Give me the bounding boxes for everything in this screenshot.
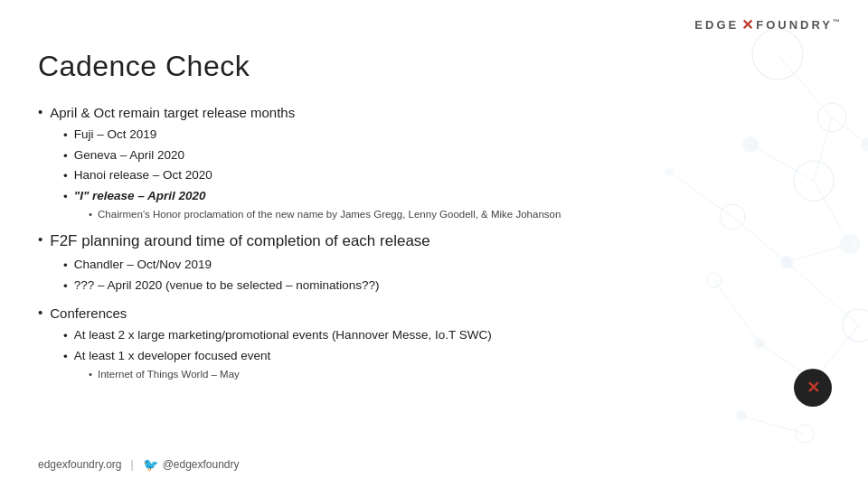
svg-point-13 xyxy=(736,410,747,421)
svg-point-14 xyxy=(861,137,868,152)
bullet-dot-2: • xyxy=(38,231,42,247)
footer-site: edgexfoundry.org xyxy=(38,458,122,471)
f2f-section: • F2F planning around time of completion… xyxy=(38,230,814,295)
edgex-badge-x: ✕ xyxy=(807,378,820,398)
svg-point-1 xyxy=(817,103,846,132)
logo-prefix: EDGE xyxy=(694,18,739,32)
conferences-bullet: • Conferences xyxy=(38,304,814,323)
footer-handle: @edgexfoundry xyxy=(163,458,240,471)
logo-x: ✕ xyxy=(741,16,753,33)
release-sub-2: • Geneva – April 2020 xyxy=(63,146,814,165)
f2f-bullet: • F2F planning around time of completion… xyxy=(38,230,814,252)
f2f-sub-2: • ??? – April 2020 (venue to be selected… xyxy=(63,277,814,296)
conferences-section: • Conferences • At least 2 x large marke… xyxy=(38,304,814,381)
iot-world-text: • Internet of Things World – May xyxy=(89,367,814,381)
svg-point-4 xyxy=(840,234,860,254)
f2f-sub-1: • Chandler – Oct/Nov 2019 xyxy=(63,256,814,275)
conf-sub-2: • At least 1 x developer focused event xyxy=(63,347,814,366)
release-sub-3: • Hanoi release – Oct 2020 xyxy=(63,166,814,185)
logo: EDGE ✕ FOUNDRY™ xyxy=(694,16,843,33)
release-months-text: April & Oct remain target release months xyxy=(50,103,295,122)
svg-line-25 xyxy=(741,416,805,434)
logo-suffix: FOUNDRY™ xyxy=(756,18,843,32)
main-content: Cadence Check • April & Oct remain targe… xyxy=(38,50,814,390)
bullet-dot-3: • xyxy=(38,305,42,320)
release-sub-4: • "I" release – April 2020 xyxy=(63,187,814,206)
twitter-icon: 🐦 xyxy=(143,457,158,472)
edgex-badge: ✕ xyxy=(794,369,832,407)
release-months-section: • April & Oct remain target release mont… xyxy=(38,103,814,221)
page-title: Cadence Check xyxy=(38,50,814,83)
svg-line-27 xyxy=(832,117,868,145)
svg-point-7 xyxy=(843,309,868,342)
footer: edgexfoundry.org | 🐦 @edgexfoundry xyxy=(38,457,240,472)
footer-twitter: 🐦 @edgexfoundry xyxy=(143,457,240,472)
footer-divider: | xyxy=(131,458,134,471)
release-sub-bullets: • Fuji – Oct 2019 • Geneva – April 2020 … xyxy=(63,126,814,221)
iot-world-sub: • Internet of Things World – May xyxy=(89,367,814,381)
conferences-text: Conferences xyxy=(50,304,127,323)
conf-sub-1: • At least 2 x large marketing/promotion… xyxy=(63,326,814,345)
chairmen-sub: • Chairmen's Honor proclamation of the n… xyxy=(89,207,814,221)
conferences-sub-bullets: • At least 2 x large marketing/promotion… xyxy=(63,326,814,381)
svg-line-16 xyxy=(814,117,832,181)
bullet-dot-1: • xyxy=(38,104,42,119)
chairmen-text: • Chairmen's Honor proclamation of the n… xyxy=(89,207,814,221)
release-sub-1: • Fuji – Oct 2019 xyxy=(63,126,814,145)
release-months-bullet: • April & Oct remain target release mont… xyxy=(38,103,814,122)
svg-line-18 xyxy=(814,181,850,244)
svg-point-12 xyxy=(796,425,814,443)
f2f-text: F2F planning around time of completion o… xyxy=(50,230,430,252)
f2f-sub-bullets: • Chandler – Oct/Nov 2019 • ??? – April … xyxy=(63,256,814,295)
